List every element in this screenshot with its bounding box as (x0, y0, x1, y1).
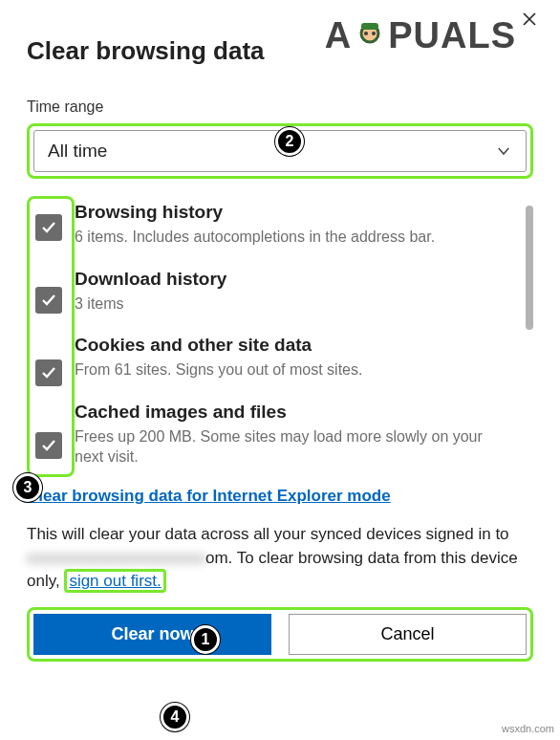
check-icon (40, 364, 57, 381)
sign-out-link[interactable]: sign out first. (69, 572, 161, 590)
check-icon (40, 437, 57, 454)
info-prefix: This will clear your data across all you… (27, 525, 509, 543)
time-range-value: All time (48, 141, 107, 162)
watermark-rest: PUALS (388, 15, 516, 56)
item-title: Cookies and other site data (75, 335, 362, 356)
appuals-watermark: A PUALS (325, 15, 516, 56)
scrollbar[interactable] (526, 206, 533, 330)
list-item: Cookies and other site data From 61 site… (75, 335, 514, 381)
svg-point-2 (364, 32, 368, 35)
sync-info-text: This will clear your data across all you… (27, 523, 533, 594)
signout-highlight: sign out first. (64, 569, 165, 593)
list-item: Download history 3 items (75, 269, 514, 315)
close-icon (522, 11, 537, 27)
button-row-highlight: Clear now Cancel (27, 607, 533, 662)
svg-rect-1 (361, 23, 378, 30)
check-icon (40, 292, 57, 309)
item-desc: Frees up 200 MB. Some sites may load mor… (75, 426, 514, 468)
checkbox-column-highlight (27, 196, 75, 477)
source-credit: wsxdn.com (502, 723, 554, 734)
checkbox-download-history[interactable] (35, 287, 62, 314)
ie-mode-link[interactable]: Clear browsing data for Internet Explore… (27, 487, 391, 506)
watermark-mascot-icon (354, 20, 386, 53)
list-item: Browsing history 6 items. Includes autoc… (75, 202, 514, 248)
list-item: Cached images and files Frees up 200 MB.… (75, 402, 514, 468)
clear-now-button[interactable]: Clear now (33, 614, 271, 655)
info-email-blurred: xxxxxxxxxxxxxxxxxxxxxx (27, 549, 205, 567)
checkbox-cookies[interactable] (35, 359, 62, 386)
svg-point-3 (372, 32, 376, 35)
watermark-letter-a: A (325, 15, 352, 56)
annotation-badge-1: 1 (191, 625, 220, 654)
item-desc: 6 items. Includes autocompletions in the… (75, 227, 435, 248)
checkbox-browsing-history[interactable] (35, 214, 62, 241)
item-title: Browsing history (75, 202, 435, 223)
cancel-button[interactable]: Cancel (289, 614, 527, 655)
chevron-down-icon (495, 142, 512, 160)
options-area: Browsing history 6 items. Includes autoc… (27, 196, 533, 477)
item-desc: From 61 sites. Signs you out of most sit… (75, 359, 362, 381)
check-icon (40, 219, 57, 236)
annotation-badge-4: 4 (161, 703, 189, 731)
time-range-label: Time range (27, 98, 533, 116)
item-desc: 3 items (75, 294, 226, 315)
item-title: Download history (75, 269, 226, 290)
item-title: Cached images and files (75, 402, 514, 423)
checkbox-cached[interactable] (35, 432, 62, 459)
annotation-badge-2: 2 (275, 127, 304, 156)
annotation-badge-3: 3 (13, 473, 42, 502)
close-button[interactable] (516, 6, 543, 33)
options-list: Browsing history 6 items. Includes autoc… (75, 196, 533, 477)
